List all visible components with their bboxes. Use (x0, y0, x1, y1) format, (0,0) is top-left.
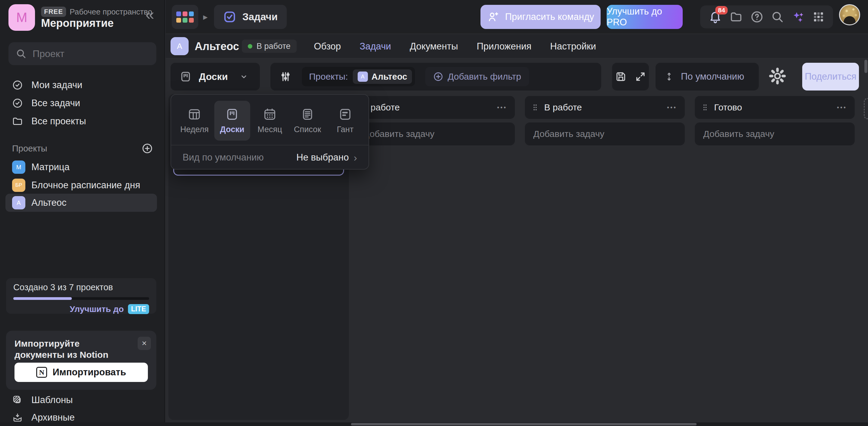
view-switcher-label: Доски (199, 71, 228, 83)
folder-icon (12, 116, 23, 127)
sidebar-project-alteos[interactable]: А Альтеос (5, 194, 157, 212)
filter-prefix-label: Проекты: (309, 71, 348, 82)
sidebar-item-my-tasks[interactable]: Мои задачи (0, 76, 165, 94)
tab-tasks[interactable]: Задачи (360, 41, 391, 52)
upgrade-lite-link[interactable]: Улучшить до (70, 304, 124, 314)
column-menu-icon[interactable]: ••• (837, 104, 847, 111)
project-avatar: БР (12, 178, 25, 192)
workspace-name[interactable]: Мероприятие (41, 17, 114, 30)
default-view-label: Вид по умолчанию (183, 152, 264, 163)
view-switcher-button[interactable]: Доски (170, 63, 260, 91)
templates-icon (12, 395, 23, 405)
horizontal-scrollbar-thumb[interactable] (351, 423, 696, 425)
sidebar-project-blochnoe[interactable]: БР Блочное расписание дня (5, 176, 157, 194)
close-icon[interactable]: × (137, 337, 151, 350)
share-button[interactable]: Поделиться (802, 63, 859, 91)
view-option-gantt[interactable]: Гант (327, 101, 363, 140)
collapse-sidebar-icon[interactable]: « (146, 7, 154, 22)
status-dot-icon (248, 44, 252, 48)
plan-progress-fill (13, 297, 72, 300)
notion-logo-icon: N (36, 367, 47, 378)
tab-documents[interactable]: Документы (410, 41, 458, 52)
add-task-label: Добавить задачу (703, 129, 774, 139)
sort-order-label: По умолчанию (681, 71, 744, 82)
project-avatar: А (358, 71, 368, 82)
plan-usage-card: Создано 3 из 7 проектов Улучшить до LITE (6, 278, 156, 314)
ai-sparkles-icon[interactable] (792, 10, 805, 24)
status-label: В работе (256, 42, 291, 51)
upgrade-pro-button[interactable]: Улучшить до PRO (607, 5, 683, 29)
search-input[interactable] (33, 48, 149, 59)
notifications-bell-icon[interactable]: 84 (709, 10, 722, 24)
add-task-button-inprogress[interactable]: Добавить задачу (525, 123, 685, 145)
project-search[interactable] (8, 42, 156, 65)
view-option-boards[interactable]: Доски (214, 101, 250, 140)
month-view-icon (263, 107, 277, 121)
view-actions-group (612, 63, 649, 91)
add-task-label: Добавить задачу (363, 129, 435, 139)
fullscreen-icon[interactable] (635, 71, 646, 82)
check-circle-icon (12, 98, 23, 109)
drag-handle-icon[interactable] (703, 104, 707, 111)
breadcrumb-arrow-icon: ▸ (203, 11, 208, 22)
sliders-icon[interactable] (279, 71, 291, 83)
default-view-value: Не выбрано (297, 152, 349, 163)
add-filter-button[interactable]: Добавить фильтр (425, 67, 529, 86)
chevron-down-icon (239, 72, 248, 81)
tasks-app-button[interactable]: Задачи (214, 5, 287, 29)
list-view-icon (301, 107, 314, 121)
project-status-badge[interactable]: В работе (242, 39, 297, 53)
notifications-count-badge: 84 (715, 6, 728, 14)
tab-settings[interactable]: Настройки (550, 41, 596, 52)
workspace-type-label: Рабочее пространство (70, 7, 152, 17)
column-header-todo[interactable]: К работе ••• (355, 96, 515, 119)
column-menu-icon[interactable]: ••• (667, 104, 677, 111)
tab-overview[interactable]: Обзор (314, 41, 341, 52)
sidebar-item-templates[interactable]: Шаблоны (0, 391, 165, 409)
default-view-row[interactable]: Вид по умолчанию Не выбрано › (171, 145, 369, 169)
check-circle-icon (12, 80, 23, 91)
lite-badge: LITE (128, 304, 149, 314)
add-project-icon[interactable] (142, 143, 153, 154)
view-option-label: Неделя (180, 125, 209, 134)
chevron-right-icon: › (354, 152, 357, 164)
column-header-inprogress[interactable]: В работе ••• (525, 96, 685, 119)
person-plus-icon (487, 11, 499, 23)
sidebar: M FREE Рабочее пространство Мероприятие … (0, 0, 165, 426)
view-option-week[interactable]: Неделя (177, 101, 213, 140)
save-view-icon[interactable] (615, 71, 626, 83)
plan-badge: FREE (41, 7, 66, 17)
drag-handle-icon[interactable] (533, 104, 537, 111)
apps-grid-button[interactable] (172, 5, 198, 29)
column-header-done[interactable]: Готово ••• (695, 96, 855, 119)
projects-section-header: Проекты (0, 141, 165, 156)
add-column-button[interactable] (864, 98, 868, 119)
search-icon[interactable] (771, 10, 784, 24)
add-task-button-done[interactable]: Добавить задачу (695, 123, 855, 145)
sidebar-project-matritsa[interactable]: М Матрица (5, 158, 157, 176)
invite-team-button[interactable]: Пригласить команду (480, 5, 600, 29)
workspace-avatar[interactable]: M (8, 4, 35, 31)
files-folder-icon[interactable] (730, 10, 743, 24)
filter-project-value[interactable]: А Альтеос (353, 69, 412, 84)
column-menu-icon[interactable]: ••• (497, 104, 507, 111)
add-task-button-todo[interactable]: Добавить задачу (355, 123, 515, 145)
sort-order-button[interactable]: По умолчанию (655, 63, 759, 91)
view-option-list[interactable]: Список (289, 101, 326, 140)
sidebar-item-label: Шаблоны (31, 395, 73, 405)
project-name: Альтеос (31, 197, 66, 208)
notion-import-button[interactable]: N Импортировать (14, 363, 148, 382)
tab-apps[interactable]: Приложения (476, 41, 531, 52)
help-icon[interactable] (750, 10, 764, 24)
sidebar-item-all-tasks[interactable]: Все задачи (0, 94, 165, 112)
sidebar-item-all-projects[interactable]: Все проекты (0, 112, 165, 130)
vertical-scrollbar-thumb[interactable] (864, 60, 867, 73)
view-option-month[interactable]: Месяц (252, 101, 288, 140)
notion-import-label: Импортировать (53, 367, 126, 378)
grid-apps-icon[interactable] (812, 11, 825, 23)
filter-project-name: Альтеос (372, 72, 407, 82)
board-settings-gear-icon[interactable] (768, 66, 787, 86)
user-avatar[interactable] (839, 4, 860, 25)
plan-progress-bar (13, 297, 149, 300)
add-filter-label: Добавить фильтр (447, 71, 521, 82)
